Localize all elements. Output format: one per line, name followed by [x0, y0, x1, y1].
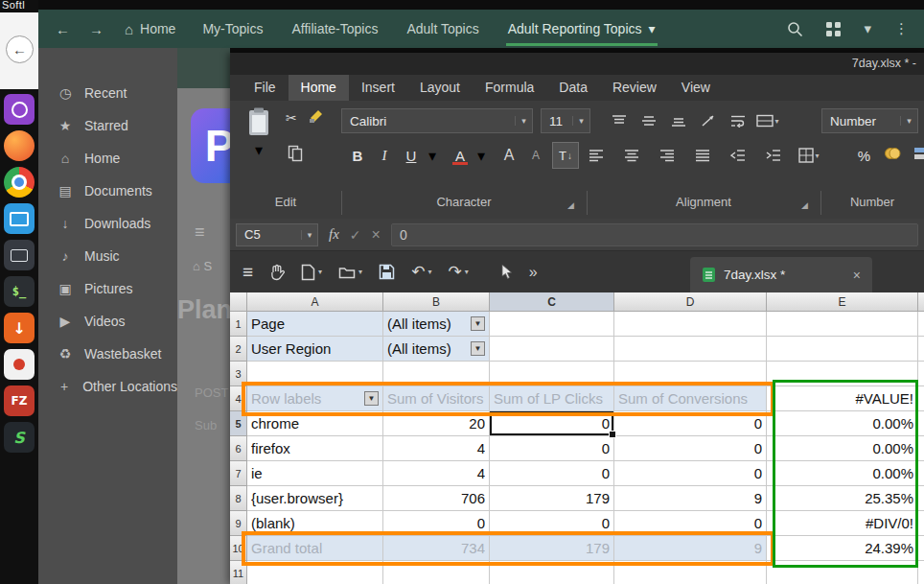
accept-icon[interactable]: ✓ — [350, 227, 361, 243]
justify-button[interactable] — [691, 144, 714, 167]
cell-D5[interactable]: 0 — [614, 411, 767, 436]
sidebar-item-music[interactable]: ♪Music — [38, 240, 177, 272]
percent-style-button[interactable]: % — [858, 148, 870, 164]
cell-A1[interactable]: Page — [247, 312, 383, 337]
shrink-font-button[interactable]: A — [525, 143, 546, 168]
cell-E6[interactable]: 0.00% — [767, 436, 918, 461]
chevron-down-icon[interactable]: ▾ — [864, 20, 871, 37]
dock-icon-screen-recorder[interactable] — [4, 203, 35, 234]
cell-B8[interactable]: 706 — [383, 486, 490, 511]
menu-review[interactable]: Review — [600, 75, 669, 101]
hand-tool-icon[interactable] — [269, 264, 285, 281]
align-center-button[interactable] — [620, 144, 643, 167]
row-header-11[interactable]: 11 — [230, 561, 247, 584]
new-document-button[interactable]: ▾ — [301, 264, 322, 281]
cell-A11[interactable] — [247, 561, 383, 584]
open-file-button[interactable]: ▾ — [338, 266, 362, 279]
sidebar-item-videos[interactable]: ▶Videos — [38, 305, 177, 338]
cell-A2[interactable]: User Region — [247, 337, 383, 362]
cell-B11[interactable] — [383, 561, 490, 584]
cell-D10[interactable]: 9 — [614, 536, 767, 561]
cell-C10[interactable]: 179 — [490, 536, 614, 561]
currency-style-button[interactable] — [884, 146, 901, 165]
cell-D6[interactable]: 0 — [614, 436, 767, 461]
cell-E2[interactable] — [767, 337, 918, 362]
nav-item-adult-reporting-topics[interactable]: Adult Reporting Topics ▾ — [508, 21, 656, 36]
filter-dropdown-button[interactable]: ▼ — [364, 391, 379, 406]
decrease-indent-button[interactable] — [727, 144, 750, 167]
align-bottom-button[interactable] — [667, 109, 690, 132]
copy-icon[interactable] — [288, 145, 303, 166]
pointer-tool-icon[interactable] — [500, 264, 513, 280]
cell-A8[interactable]: {user.browser} — [247, 486, 383, 511]
underline-button[interactable]: U — [401, 143, 422, 168]
sidebar-item-documents[interactable]: ▤Documents — [38, 175, 177, 207]
cell-C8[interactable]: 179 — [490, 486, 614, 511]
borders-button[interactable]: ▾ — [797, 144, 820, 167]
cell-E5[interactable]: 0.00% — [767, 411, 918, 436]
cell-D3[interactable] — [614, 362, 767, 386]
cell-B3[interactable] — [383, 362, 490, 386]
cell-A7[interactable]: ie — [247, 461, 383, 486]
chevron-down-icon[interactable]: ▾ — [476, 144, 486, 167]
cell-D4[interactable]: Sum of Conversions — [614, 386, 767, 411]
cell-B7[interactable]: 4 — [383, 461, 490, 486]
cell-C3[interactable] — [490, 362, 614, 386]
undo-button[interactable]: ↶▾ — [411, 262, 431, 282]
cell-E3[interactable] — [767, 362, 918, 386]
sidebar-item-home[interactable]: ⌂Home — [38, 142, 177, 175]
decimal-button-partial[interactable] — [914, 146, 924, 165]
nav-item-adult-topics[interactable]: Adult Topics — [406, 21, 478, 36]
cell-B1[interactable]: (All items)▼ — [383, 312, 490, 337]
cell-E11[interactable] — [767, 561, 918, 584]
cell-E1[interactable] — [767, 312, 918, 337]
align-left-button[interactable] — [585, 144, 608, 167]
bold-button[interactable]: B — [347, 143, 368, 168]
row-header-10[interactable]: 10 — [230, 536, 247, 561]
back-button[interactable]: ← — [6, 35, 34, 63]
cell-C4[interactable]: Sum of LP Clicks — [490, 386, 614, 411]
sidebar-item-recent[interactable]: ◷Recent — [38, 77, 177, 109]
cell-C11[interactable] — [490, 561, 614, 584]
cell-D7[interactable]: 0 — [614, 461, 767, 486]
increase-indent-button[interactable] — [762, 144, 785, 167]
row-header-9[interactable]: 9 — [230, 511, 247, 536]
sidebar-item-wastebasket[interactable]: ♻Wastebasket — [38, 338, 177, 370]
dock-icon-browser[interactable] — [4, 130, 35, 161]
row-header-3[interactable]: 3 — [230, 362, 247, 386]
row-header-5[interactable]: 5 — [230, 411, 247, 436]
number-format-select[interactable]: Number ▾ — [821, 108, 918, 133]
more-tools-icon[interactable]: » — [529, 264, 538, 281]
dock-icon-files[interactable] — [4, 240, 35, 270]
menu-view[interactable]: View — [669, 75, 723, 101]
cell-E8[interactable]: 25.35% — [767, 486, 918, 511]
character-dialog-launcher-icon[interactable]: ◢ — [567, 200, 574, 210]
formula-input[interactable] — [391, 223, 918, 246]
menu-file[interactable]: File — [242, 75, 289, 101]
dock-icon-filezilla[interactable]: FZ — [4, 385, 35, 416]
column-header-C[interactable]: C — [490, 292, 614, 312]
column-header-A[interactable]: A — [247, 292, 383, 312]
cell-C2[interactable] — [490, 337, 614, 362]
dock-icon-chrome[interactable] — [4, 167, 35, 198]
menu-insert[interactable]: Insert — [349, 75, 407, 101]
cell-C1[interactable] — [490, 312, 614, 337]
row-header-8[interactable]: 8 — [230, 486, 247, 511]
align-top-button[interactable] — [608, 109, 631, 132]
column-header-E[interactable]: E — [767, 292, 918, 312]
window-titlebar[interactable]: 7day.xlsx * - — [230, 53, 924, 75]
menu-data[interactable]: Data — [546, 75, 600, 101]
dock-icon-downloader[interactable]: ↓ — [4, 313, 35, 343]
insert-function-button[interactable]: fx — [329, 226, 339, 243]
paste-button[interactable]: ▾ — [238, 106, 280, 183]
cell-D8[interactable]: 9 — [614, 486, 767, 511]
cell-A3[interactable] — [247, 362, 383, 386]
nav-forward-icon[interactable]: → — [89, 21, 104, 37]
select-all-corner[interactable] — [230, 292, 247, 312]
dock-icon-podcasts[interactable] — [4, 94, 35, 125]
merge-cells-button[interactable]: ▾ — [756, 109, 779, 132]
cell-D11[interactable] — [614, 561, 767, 584]
cell-C9[interactable]: 0 — [490, 511, 614, 536]
cell-C7[interactable]: 0 — [490, 461, 614, 486]
cell-A10[interactable]: Grand total — [247, 536, 383, 561]
